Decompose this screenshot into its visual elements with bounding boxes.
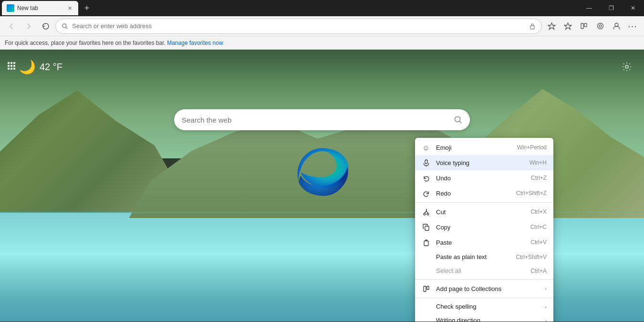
add-favorites-button[interactable]: [560, 19, 575, 34]
copy-shortcut: Ctrl+C: [530, 224, 547, 230]
forward-button[interactable]: [21, 19, 36, 34]
favorites-button[interactable]: [544, 19, 559, 34]
menu-item-undo[interactable]: Undo Ctrl+Z: [415, 170, 553, 186]
copilot-button[interactable]: [592, 19, 608, 34]
undo-shortcut: Ctrl+Z: [531, 175, 547, 181]
toolbar-actions: ···: [544, 19, 640, 34]
restore-button[interactable]: ❐: [600, 0, 622, 16]
svg-rect-20: [425, 160, 427, 164]
cut-shortcut: Ctrl+X: [530, 208, 547, 215]
separator-3: [415, 298, 553, 298]
svg-point-7: [599, 25, 602, 27]
svg-rect-16: [10, 68, 12, 70]
paste-shortcut: Ctrl+V: [530, 239, 547, 246]
check-spelling-arrow: ›: [545, 304, 547, 310]
settings-menu-button[interactable]: ···: [625, 19, 640, 34]
paste-plain-label: Paste as plain text: [436, 253, 510, 260]
menu-item-emoji[interactable]: ☺ Emoji Win+Period: [415, 140, 553, 155]
menu-item-writing-direction[interactable]: Writing direction ›: [415, 313, 553, 322]
check-spelling-label: Check spelling: [436, 303, 539, 310]
weather-icon: 🌙: [19, 59, 36, 75]
redo-label: Redo: [436, 190, 510, 197]
svg-rect-1: [530, 26, 534, 29]
address-input[interactable]: [72, 22, 525, 30]
weather-temp: 42 °F: [40, 62, 62, 73]
select-all-label: Select all: [436, 267, 525, 274]
new-tab-button[interactable]: +: [80, 1, 93, 15]
svg-rect-17: [13, 68, 15, 70]
voice-typing-icon: [422, 158, 430, 167]
weather-widget: 🌙 42 °F: [19, 59, 62, 75]
svg-marker-2: [548, 23, 555, 30]
svg-rect-10: [10, 62, 12, 64]
writing-direction-arrow: ›: [545, 318, 547, 322]
copy-label: Copy: [436, 224, 525, 231]
search-box[interactable]: [174, 109, 470, 130]
svg-point-6: [597, 23, 603, 29]
emoji-label: Emoji: [436, 144, 511, 151]
collections-button[interactable]: [576, 19, 592, 34]
context-menu: ☺ Emoji Win+Period Voice typing Win+H Un…: [415, 138, 553, 322]
svg-marker-3: [564, 23, 571, 30]
select-all-shortcut: Ctrl+A: [530, 268, 547, 274]
svg-rect-13: [10, 65, 12, 67]
toolbar: ···: [0, 16, 644, 36]
svg-rect-11: [13, 62, 15, 64]
menu-item-cut[interactable]: Cut Ctrl+X: [415, 204, 553, 219]
emoji-shortcut: Win+Period: [517, 144, 547, 151]
redo-shortcut: Ctrl+Shift+Z: [516, 190, 547, 197]
svg-rect-9: [8, 62, 10, 64]
paste-label: Paste: [436, 239, 525, 246]
favorites-bar-message: For quick access, place your favorites h…: [5, 40, 166, 46]
menu-item-collections[interactable]: Add page to Collections ›: [415, 281, 553, 296]
svg-rect-24: [425, 226, 429, 230]
profile-button[interactable]: [609, 19, 624, 34]
emoji-icon: ☺: [422, 143, 430, 152]
lock-icon: [529, 23, 536, 30]
active-tab[interactable]: New tab ✕: [2, 1, 78, 15]
svg-rect-5: [584, 23, 587, 27]
page-settings-button[interactable]: [619, 59, 634, 74]
collections-icon: [422, 284, 430, 293]
collections-arrow: ›: [545, 286, 547, 291]
address-bar[interactable]: [55, 19, 542, 34]
tab-close-button[interactable]: ✕: [66, 4, 73, 12]
grid-icon[interactable]: [5, 59, 18, 73]
favorites-bar: For quick access, place your favorites h…: [0, 36, 644, 50]
paste-icon: [422, 238, 430, 247]
voice-typing-label: Voice typing: [436, 159, 524, 166]
menu-item-select-all[interactable]: Select all Ctrl+A: [415, 264, 553, 278]
collections-label: Add page to Collections: [436, 285, 539, 292]
search-input[interactable]: [182, 116, 454, 124]
refresh-button[interactable]: [38, 19, 53, 34]
search-submit-icon[interactable]: [454, 115, 462, 124]
undo-label: Undo: [436, 175, 525, 182]
new-tab-page: 🌙 42 °F: [0, 50, 644, 322]
separator-1: [415, 202, 553, 203]
minimize-button[interactable]: —: [578, 0, 600, 16]
back-button[interactable]: [4, 19, 19, 34]
svg-rect-27: [427, 286, 429, 290]
window-controls: — ❐ ✕: [578, 0, 644, 16]
undo-icon: [422, 174, 430, 182]
svg-rect-26: [424, 286, 426, 291]
menu-item-paste[interactable]: Paste Ctrl+V: [415, 235, 553, 250]
redo-icon: [422, 189, 430, 197]
svg-rect-14: [13, 65, 15, 67]
svg-rect-25: [424, 241, 428, 246]
close-button[interactable]: ✕: [622, 0, 644, 16]
menu-item-copy[interactable]: Copy Ctrl+C: [415, 219, 553, 235]
menu-item-paste-plain[interactable]: Paste as plain text Ctrl+Shift+V: [415, 250, 553, 264]
edge-logo: [289, 139, 355, 206]
svg-rect-12: [8, 65, 10, 67]
svg-point-18: [625, 65, 628, 68]
paste-plain-shortcut: Ctrl+Shift+V: [516, 254, 547, 260]
tab-title: New tab: [17, 5, 63, 11]
tab-bar: New tab ✕ +: [2, 0, 578, 16]
menu-item-redo[interactable]: Redo Ctrl+Shift+Z: [415, 186, 553, 201]
manage-favorites-link[interactable]: Manage favorites now: [167, 40, 223, 46]
menu-item-voice-typing[interactable]: Voice typing Win+H: [415, 155, 553, 170]
svg-rect-15: [8, 68, 10, 70]
copy-icon: [422, 223, 430, 231]
menu-item-check-spelling[interactable]: Check spelling ›: [415, 300, 553, 313]
